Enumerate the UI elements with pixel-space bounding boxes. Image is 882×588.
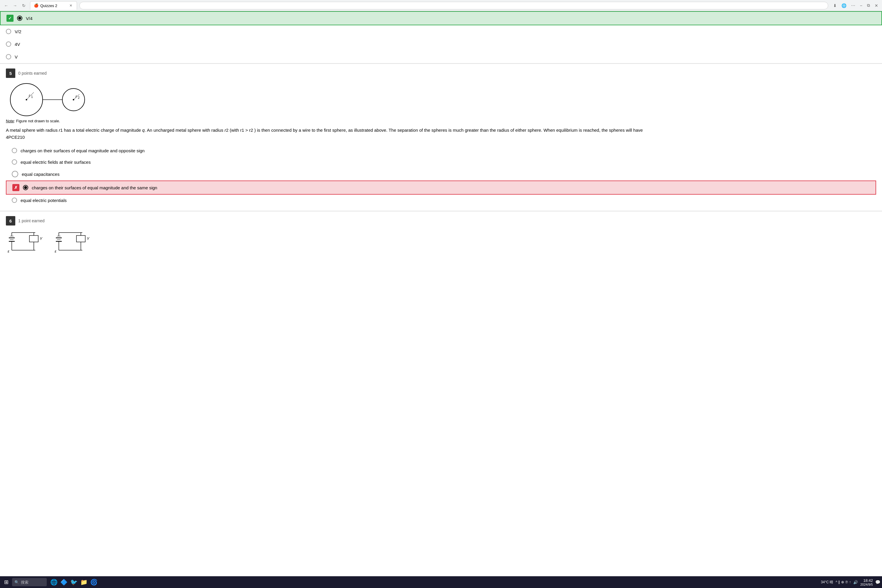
question-6-points: 1 point earned <box>18 219 45 223</box>
svg-text:ε: ε <box>8 249 9 253</box>
browser-chrome: ← → ↻ 🍎 Quizzes 2 ✕ ⬇ 🌐 ⋯ − ⧉ ✕ <box>0 0 882 11</box>
q5-radio-d[interactable] <box>23 185 28 190</box>
restore-button[interactable]: ⧉ <box>866 2 872 9</box>
note-text: : Figure not drawn to scale. <box>14 119 60 123</box>
more-button[interactable]: ⋯ <box>850 2 857 9</box>
answer-row-v[interactable]: V <box>0 51 882 63</box>
tab-title: Quizzes 2 <box>40 3 57 8</box>
q5-incorrect-icon: ✗ <box>12 184 20 191</box>
svg-text:r: r <box>29 93 30 98</box>
q5-option-e-label: equal electric potentials <box>21 198 67 203</box>
download-button[interactable]: ⬇ <box>832 2 838 9</box>
answer-v2-label: V/2 <box>15 29 21 34</box>
q5-radio-e[interactable] <box>12 198 17 203</box>
sphere-diagram: r 1 r 2 <box>6 82 94 117</box>
radio-v4[interactable] <box>17 16 22 21</box>
browser-action-buttons: ⬇ 🌐 ⋯ − ⧉ ✕ <box>832 2 880 9</box>
refresh-button[interactable]: ↻ <box>20 2 28 9</box>
question-5-header: 5 0 points earned <box>6 69 876 78</box>
svg-text:r: r <box>75 94 77 99</box>
back-button[interactable]: ← <box>2 2 10 9</box>
answer-v4-label: V/4 <box>26 16 33 21</box>
forward-button[interactable]: → <box>11 2 19 9</box>
svg-text:Y: Y <box>40 236 43 241</box>
question-5-badge: 5 <box>6 69 15 78</box>
question-6-badge: 6 <box>6 216 15 225</box>
svg-rect-33 <box>76 236 85 242</box>
q6-circuit-diagram: ε Y ε <box>6 230 100 253</box>
r2-italic: r <box>225 128 226 133</box>
browser-tab[interactable]: 🍎 Quizzes 2 ✕ <box>30 1 77 10</box>
radio-v2[interactable] <box>6 29 11 34</box>
r1-italic: r <box>59 128 60 133</box>
svg-rect-20 <box>29 236 38 242</box>
tab-favicon: 🍎 <box>34 3 39 8</box>
answer-v-label: V <box>15 54 18 59</box>
svg-text:Y: Y <box>87 236 90 241</box>
radio-v[interactable] <box>6 54 11 59</box>
nav-buttons: ← → ↻ <box>2 2 28 9</box>
q5-option-b-label: equal electric fields at their surfaces <box>21 160 90 165</box>
translate-button[interactable]: 🌐 <box>840 2 848 9</box>
q6-diagram: ε Y ε <box>6 230 876 254</box>
answer-4v-label: 4V <box>15 42 20 47</box>
page-content: ✓ V/4 V/2 4V V 5 0 points earned r 1 <box>0 11 882 576</box>
q5-radio-c[interactable] <box>12 171 18 177</box>
diagram-container: r 1 r 2 Note: Figure not drawn to scale. <box>6 82 876 123</box>
minimize-button[interactable]: − <box>858 2 864 9</box>
svg-text:2: 2 <box>78 96 80 99</box>
question-code: 4PCE210 <box>6 135 25 140</box>
question-5-section: 5 0 points earned r 1 r 2 <box>0 63 882 211</box>
svg-point-4 <box>26 99 27 100</box>
radio-4v[interactable] <box>6 42 11 47</box>
answer-row-4v[interactable]: 4V <box>0 38 882 51</box>
close-window-button[interactable]: ✕ <box>873 2 880 9</box>
q5-option-c-label: equal capacitances <box>22 172 59 177</box>
question-5-text: A metal sphere with radius r1 has a tota… <box>6 127 876 141</box>
q5-option-b-row[interactable]: equal electric fields at their surfaces <box>6 156 876 168</box>
q5-radio-a[interactable] <box>12 148 17 153</box>
question-6-header: 6 1 point earned <box>6 216 876 225</box>
note-underline: Note <box>6 119 14 123</box>
q5-option-c-row[interactable]: equal capacitances <box>6 168 876 180</box>
diagram-note: Note: Figure not drawn to scale. <box>6 118 876 123</box>
q5-radio-b[interactable] <box>12 159 17 165</box>
q5-option-a-row[interactable]: charges on their surfaces of equal magni… <box>6 145 876 156</box>
q5-option-e-row[interactable]: equal electric potentials <box>6 195 876 206</box>
answer-row-v2[interactable]: V/2 <box>0 25 882 38</box>
q5-option-d-label: charges on their surfaces of equal magni… <box>32 185 157 190</box>
svg-point-9 <box>73 99 74 100</box>
q5-option-a-label: charges on their surfaces of equal magni… <box>21 148 145 153</box>
question-6-section: 6 1 point earned ε <box>0 211 882 259</box>
question-5-points: 0 points earned <box>18 71 47 75</box>
correct-icon: ✓ <box>6 15 14 22</box>
correct-answer-row[interactable]: ✓ V/4 <box>0 11 882 25</box>
svg-text:ε: ε <box>55 249 57 253</box>
q-italic: q <box>142 128 145 133</box>
tab-close-button[interactable]: ✕ <box>69 3 73 8</box>
svg-text:1: 1 <box>31 95 33 99</box>
address-bar[interactable] <box>80 2 828 9</box>
q5-option-d-row[interactable]: ✗ charges on their surfaces of equal mag… <box>6 180 876 195</box>
